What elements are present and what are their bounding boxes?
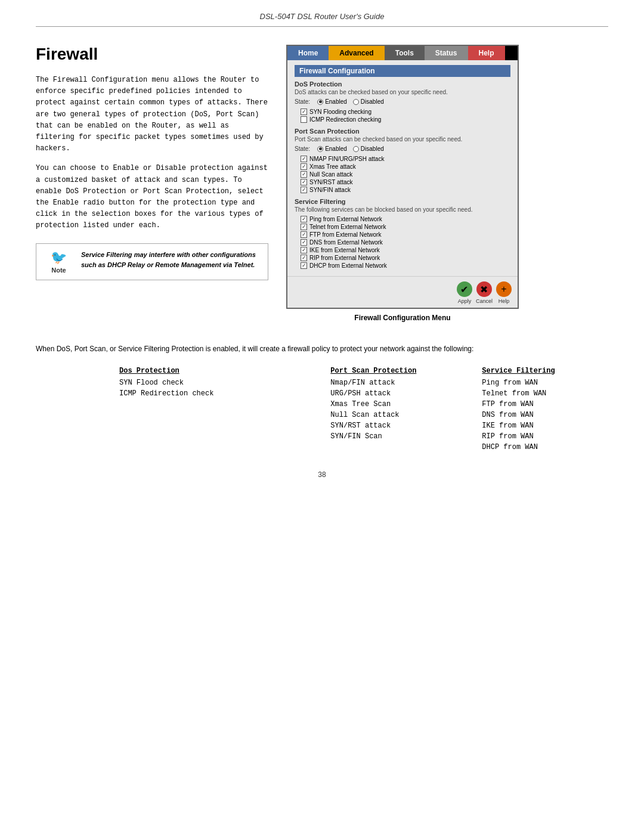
apply-label: Apply: [458, 298, 472, 304]
protection-table: Dos Protection Port Scan Protection Serv…: [36, 366, 608, 453]
port-scan-enabled-radio[interactable]: Enabled: [317, 145, 347, 152]
sf-cb-label-2: FTP from External Network: [309, 231, 381, 238]
dos-disabled-label: Disabled: [361, 98, 384, 105]
ps-row-5: SYN/FIN Scan: [326, 431, 477, 442]
ps-cb-label-1: Xmas Tree attack: [309, 163, 356, 170]
table-row: ICMP Redirection check URG/PSH attack Te…: [36, 388, 608, 399]
ps-check-0: [301, 156, 307, 162]
port-scan-disabled-radio[interactable]: Disabled: [353, 145, 384, 152]
body-text-2: You can choose to Enable or Disable prot…: [36, 163, 268, 231]
sf-cb-label-5: RIP from External Network: [309, 255, 380, 261]
body-text-1: The Firewall Configuration menu allows t…: [36, 75, 268, 154]
right-column: Home Advanced Tools Status Help Firewall…: [286, 45, 519, 332]
ps-check-1: [301, 163, 307, 170]
service-filtering-title: Service Filtering: [295, 198, 510, 205]
help-icon: +: [496, 281, 512, 297]
note-bird-icon: 🐦: [51, 250, 67, 265]
dos-cb-1[interactable]: ICMP Redirection checking: [301, 116, 510, 123]
note-label: Note: [51, 267, 66, 274]
dos-row-5: [36, 431, 326, 442]
table-row: Null Scan attack DNS from WAN: [36, 410, 608, 420]
nav-advanced[interactable]: Advanced: [329, 46, 384, 60]
sf-row-3: DNS from WAN: [477, 410, 608, 420]
sf-cb-3[interactable]: DNS from External Network: [301, 239, 510, 246]
sf-cb-4[interactable]: IKE from External Network: [301, 247, 510, 253]
dos-enabled-dot: [317, 99, 323, 105]
sf-cb-1[interactable]: Telnet from External Network: [301, 224, 510, 230]
ps-cb-3[interactable]: SYN/RST attack: [301, 179, 510, 185]
apply-icon: ✔: [457, 281, 472, 297]
dos-row-1: ICMP Redirection check: [36, 388, 326, 399]
port-scan-title: Port Scan Protection: [295, 128, 510, 135]
dos-check-1: [301, 116, 307, 123]
dos-check-0: [301, 109, 307, 115]
service-filtering-desc: The following services can be blocked ba…: [295, 206, 510, 213]
col-header-1: Port Scan Protection: [326, 366, 477, 377]
firewall-config-title: Firewall Configuration: [295, 65, 510, 77]
header-title: DSL-504T DSL Router User's Guide: [260, 12, 385, 21]
ps-check-4: [301, 187, 307, 193]
apply-button[interactable]: ✔ Apply: [457, 281, 472, 304]
col-header-0: Dos Protection: [36, 366, 326, 377]
table-row: SYN/FIN Scan RIP from WAN: [36, 431, 608, 442]
sf-cb-5[interactable]: RIP from External Network: [301, 255, 510, 261]
dos-state-label: State:: [295, 98, 310, 105]
dos-row-4: [36, 420, 326, 431]
sf-cb-label-6: DHCP from External Network: [309, 262, 387, 269]
ps-cb-4[interactable]: SYN/FIN attack: [301, 187, 510, 193]
ps-cb-2[interactable]: Null Scan attack: [301, 171, 510, 178]
ps-cb-label-0: NMAP FIN/URG/PSH attack: [309, 156, 384, 162]
cancel-label: Cancel: [476, 298, 493, 304]
port-scan-enabled-label: Enabled: [325, 145, 347, 152]
page-title: Firewall: [36, 45, 268, 64]
dos-cb-label-1: ICMP Redirection checking: [309, 116, 381, 123]
nav-tools[interactable]: Tools: [385, 46, 425, 60]
router-content: Firewall Configuration DoS Protection Do…: [287, 60, 518, 276]
sf-check-0: [301, 216, 307, 222]
sf-row-1: Telnet from WAN: [477, 388, 608, 399]
page-number: 38: [0, 465, 644, 491]
ps-cb-0[interactable]: NMAP FIN/URG/PSH attack: [301, 156, 510, 162]
nav-home[interactable]: Home: [287, 46, 329, 60]
sf-cb-2[interactable]: FTP from External Network: [301, 231, 510, 238]
ps-check-3: [301, 179, 307, 185]
dos-row-2: [36, 399, 326, 410]
help-label: Help: [499, 298, 510, 304]
dos-row-0: SYN Flood check: [36, 377, 326, 388]
sf-row-6: DHCP from WAN: [477, 442, 608, 453]
ps-cb-label-4: SYN/FIN attack: [309, 187, 351, 193]
help-button[interactable]: + Help: [496, 281, 512, 304]
dos-radio-group: Enabled Disabled: [317, 98, 384, 105]
dos-state-row: State: Enabled Disabled: [295, 98, 510, 105]
caption: Firewall Configuration Menu: [286, 314, 519, 322]
dos-cb-0[interactable]: SYN Flooding checking: [301, 109, 510, 115]
table-row: Xmas Tree Scan FTP from WAN: [36, 399, 608, 410]
ps-cb-1[interactable]: Xmas Tree attack: [301, 163, 510, 170]
dos-enabled-label: Enabled: [325, 98, 347, 105]
sf-check-6: [301, 262, 307, 269]
nav-status[interactable]: Status: [425, 46, 468, 60]
ps-row-3: Null Scan attack: [326, 410, 477, 420]
action-bar: ✔ Apply ✖ Cancel + Help: [287, 276, 518, 308]
sf-check-1: [301, 224, 307, 230]
router-ui: Home Advanced Tools Status Help Firewall…: [286, 45, 519, 309]
ps-row-4: SYN/RST attack: [326, 420, 477, 431]
dos-row-3: [36, 410, 326, 420]
table-header-row: Dos Protection Port Scan Protection Serv…: [36, 366, 608, 377]
sf-cb-6[interactable]: DHCP from External Network: [301, 262, 510, 269]
sf-cb-0[interactable]: Ping from External Network: [301, 216, 510, 222]
table-row: SYN Flood check Nmap/FIN attack Ping fro…: [36, 377, 608, 388]
sf-check-3: [301, 239, 307, 246]
cancel-button[interactable]: ✖ Cancel: [476, 281, 493, 304]
dos-enabled-radio[interactable]: Enabled: [317, 98, 347, 105]
dos-disabled-radio[interactable]: Disabled: [353, 98, 384, 105]
sf-cb-label-4: IKE from External Network: [309, 247, 380, 253]
dos-section-title: DoS Protection: [295, 80, 510, 88]
note-box: 🐦 Note Service Filtering may interfere w…: [36, 243, 268, 280]
sf-check-2: [301, 231, 307, 238]
table-row: DHCP from WAN: [36, 442, 608, 453]
table-section: Dos Protection Port Scan Protection Serv…: [0, 366, 644, 453]
port-scan-disabled-dot: [353, 146, 359, 152]
nav-help[interactable]: Help: [468, 46, 505, 60]
dos-row-6: [36, 442, 326, 453]
